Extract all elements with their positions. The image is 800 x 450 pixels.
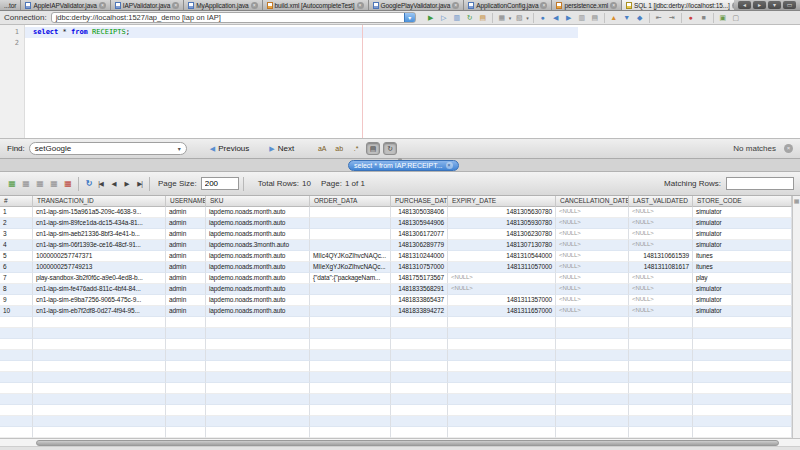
table-cell[interactable]	[0, 339, 33, 350]
table-row[interactable]	[0, 383, 792, 394]
table-cell[interactable]	[693, 328, 792, 339]
horizontal-scrollbar-thumb[interactable]	[36, 440, 779, 446]
table-cell[interactable]	[693, 350, 792, 361]
table-cell[interactable]: <NULL>	[448, 273, 556, 284]
editor-tab[interactable]: AppleIAPValidator.java×	[21, 0, 110, 10]
table-cell[interactable]	[629, 339, 693, 350]
table-cell[interactable]	[391, 416, 448, 427]
editor-tab[interactable]: SQL 1 [jdbc:derby://localhost:15...]×	[622, 0, 734, 10]
table-cell[interactable]: iapdemo.noads.month.auto	[206, 306, 310, 317]
stack-icon[interactable]: ▥	[577, 13, 587, 23]
run-sql-icon[interactable]: ▶	[426, 13, 436, 23]
page-size-input[interactable]	[201, 177, 239, 190]
table-cell[interactable]: 1481306230780	[448, 229, 556, 240]
table-cell[interactable]	[556, 383, 629, 394]
table-cell[interactable]	[310, 306, 391, 317]
table-cell[interactable]: 1481310544000	[448, 251, 556, 262]
results-tab[interactable]: select * from IAP.RECEIPT... ×	[348, 160, 459, 171]
table-cell[interactable]	[556, 372, 629, 383]
toggle-highlight-icon[interactable]: ▧	[514, 13, 524, 23]
table-row[interactable]: 3cn1-iap-sim-aeb21336-8bf3-4e41-b...admi…	[0, 229, 792, 240]
table-cell[interactable]: 1481311357000	[448, 295, 556, 306]
table-cell[interactable]	[33, 339, 166, 350]
matching-rows-input[interactable]	[726, 177, 794, 190]
table-cell[interactable]: 6	[0, 262, 33, 273]
table-cell[interactable]	[448, 350, 556, 361]
table-cell[interactable]	[206, 427, 310, 438]
table-cell[interactable]	[556, 427, 629, 438]
table-cell[interactable]: admin	[166, 229, 206, 240]
table-cell[interactable]	[33, 383, 166, 394]
dropdown-arrow-icon[interactable]: ▾	[526, 15, 529, 21]
table-cell[interactable]	[33, 416, 166, 427]
table-cell[interactable]: play-sandbox-3b2f0f6c-a9e0-4ed8-b...	[33, 273, 166, 284]
table-cell[interactable]: admin	[166, 273, 206, 284]
table-cell[interactable]	[0, 383, 33, 394]
table-cell[interactable]	[310, 295, 391, 306]
run-statement-icon[interactable]: ▷	[439, 13, 449, 23]
table-cell[interactable]	[310, 383, 391, 394]
table-cell[interactable]: 1481311057000	[448, 262, 556, 273]
code-line[interactable]	[25, 38, 800, 49]
table-cell[interactable]	[629, 383, 693, 394]
table-cell[interactable]	[693, 361, 792, 372]
table-cell[interactable]	[206, 372, 310, 383]
table-cell[interactable]: 10	[0, 306, 33, 317]
table-cell[interactable]: 1481305944906	[391, 218, 448, 229]
table-cell[interactable]: admin	[166, 251, 206, 262]
code-area[interactable]: select * from RECEIPTS;	[25, 25, 800, 138]
design-query-icon[interactable]: ▥	[452, 13, 462, 23]
tab-list-button[interactable]: ▾	[768, 1, 781, 9]
vertical-scrollbar[interactable]: ▦	[792, 196, 800, 438]
table-cell[interactable]	[206, 383, 310, 394]
table-cell[interactable]: 1000000257749213	[33, 262, 166, 273]
table-cell[interactable]: 1481305930780	[448, 218, 556, 229]
table-cell[interactable]: iapdemo.noads.month.auto	[206, 295, 310, 306]
table-cell[interactable]	[33, 361, 166, 372]
table-cell[interactable]: cn1-iap-sim-eb7f2df8-0d27-4f94-95...	[33, 306, 166, 317]
table-cell[interactable]	[391, 427, 448, 438]
table-cell[interactable]: admin	[166, 207, 206, 218]
table-cell[interactable]	[0, 361, 33, 372]
table-row[interactable]	[0, 427, 792, 438]
table-cell[interactable]	[33, 405, 166, 416]
table-cell[interactable]	[629, 405, 693, 416]
table-cell[interactable]	[206, 394, 310, 405]
close-tab-icon[interactable]: ×	[452, 2, 459, 9]
table-cell[interactable]	[448, 361, 556, 372]
table-cell[interactable]	[556, 350, 629, 361]
table-cell[interactable]	[33, 427, 166, 438]
table-cell[interactable]: <NULL>	[629, 229, 693, 240]
last-page-icon[interactable]: ▶|	[134, 178, 145, 190]
table-cell[interactable]: cn1-iap-sim-15a961a5-209c-4638-9...	[33, 207, 166, 218]
table-cell[interactable]: 8	[0, 284, 33, 295]
table-cell[interactable]	[0, 394, 33, 405]
table-cell[interactable]	[556, 416, 629, 427]
table-cell[interactable]	[0, 350, 33, 361]
column-header[interactable]: CANCELLATION_DATE	[556, 196, 629, 207]
table-cell[interactable]	[166, 383, 206, 394]
table-cell[interactable]: <NULL>	[556, 207, 629, 218]
table-cell[interactable]	[0, 317, 33, 328]
table-cell[interactable]	[391, 339, 448, 350]
table-cell[interactable]	[166, 394, 206, 405]
table-cell[interactable]	[0, 328, 33, 339]
column-header[interactable]: EXPIRY_DATE	[448, 196, 556, 207]
table-cell[interactable]: simulator	[693, 218, 792, 229]
table-cell[interactable]	[206, 405, 310, 416]
table-cell[interactable]: cn1-iap-sim-e9ba7256-9065-475c-9...	[33, 295, 166, 306]
maximize-editor-button[interactable]: ▭	[783, 1, 796, 9]
find-input[interactable]: setGoogle ▾	[29, 142, 187, 155]
cancel-edits-icon[interactable]: ▦	[48, 178, 60, 190]
table-cell[interactable]	[448, 328, 556, 339]
table-cell[interactable]: 7	[0, 273, 33, 284]
table-cell[interactable]: simulator	[693, 284, 792, 295]
table-cell[interactable]: simulator	[693, 306, 792, 317]
table-cell[interactable]	[556, 405, 629, 416]
table-cell[interactable]: admin	[166, 262, 206, 273]
table-cell[interactable]	[310, 317, 391, 328]
editor-tab[interactable]: build.xml [AutocompleteTest]×	[263, 0, 369, 10]
table-cell[interactable]: <NULL>	[556, 284, 629, 295]
table-row[interactable]	[0, 416, 792, 427]
column-header[interactable]: ORDER_DATA	[310, 196, 391, 207]
